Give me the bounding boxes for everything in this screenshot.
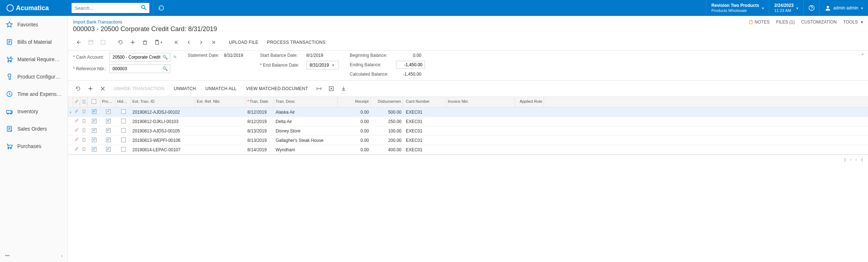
prev-button[interactable] <box>183 37 194 47</box>
files-button[interactable]: FILES (1) <box>776 20 795 25</box>
col-invoice-nbr[interactable]: Invoice Nbr. <box>446 97 515 107</box>
col-receipt[interactable]: Receipt <box>338 97 370 107</box>
customization-button[interactable]: CUSTOMIZATION <box>801 20 837 25</box>
row-selected-checkbox[interactable] <box>88 138 101 143</box>
ending-balance-input[interactable] <box>396 61 425 69</box>
row-selected-checkbox[interactable] <box>88 147 101 153</box>
col-tran-date[interactable]: *Tran. Date <box>246 97 274 107</box>
row-hidden-checkbox[interactable] <box>116 147 131 153</box>
col-disbursement[interactable]: Disbursemen <box>370 97 403 107</box>
row-files-icon[interactable] <box>73 137 80 143</box>
import-button[interactable] <box>339 84 349 94</box>
row-hidden-checkbox[interactable] <box>116 138 131 143</box>
row-processed-checkbox[interactable] <box>101 109 116 115</box>
sidebar-item-purchases[interactable]: Purchases <box>0 138 68 155</box>
row-notes-icon[interactable] <box>80 128 88 134</box>
grid-last-page[interactable]: ›| <box>860 157 863 162</box>
table-row[interactable]: 20190813-AJDSJ-001058/13/2019Disney Stor… <box>68 126 868 136</box>
unhide-transaction-button[interactable]: UNHIDE TRANSACTION <box>110 86 168 91</box>
col-card-number[interactable]: Card Number <box>403 97 446 107</box>
row-hidden-checkbox[interactable] <box>116 119 131 124</box>
process-transactions-button[interactable]: PROCESS TRANSACTIONS <box>263 37 329 47</box>
grid-add-button[interactable] <box>85 84 95 94</box>
date-selector[interactable]: 2/24/2023 11:23 AM ▾ <box>769 0 803 16</box>
cash-account-input[interactable]: 🔍 <box>109 53 170 62</box>
selector-icon[interactable]: 🔍 <box>162 66 169 71</box>
add-button[interactable] <box>127 37 138 47</box>
grid-next-page[interactable]: › <box>855 157 857 162</box>
brand-logo[interactable]: Acumatica <box>0 0 68 16</box>
search-input[interactable] <box>72 3 149 13</box>
row-selected-checkbox[interactable] <box>88 119 101 124</box>
help-button[interactable] <box>803 0 819 16</box>
delete-button[interactable] <box>140 37 150 47</box>
sidebar-item-inventory[interactable]: Inventory <box>0 103 68 120</box>
row-notes-icon[interactable] <box>80 137 88 143</box>
table-row[interactable]: ›20190812-AJDSJ-001028/12/2019Alaska Air… <box>68 107 868 117</box>
row-selected-checkbox[interactable] <box>88 109 101 115</box>
tools-button[interactable]: TOOLS▾ <box>843 20 863 25</box>
sidebar-item-favorites[interactable]: Favorites <box>0 16 68 33</box>
back-button[interactable] <box>73 37 84 47</box>
row-files-icon[interactable] <box>73 128 80 134</box>
save-close-button[interactable] <box>98 37 109 47</box>
row-processed-checkbox[interactable] <box>101 147 116 153</box>
row-hidden-checkbox[interactable] <box>116 109 131 115</box>
unmatch-all-button[interactable]: UNMATCH ALL <box>202 86 240 91</box>
grid-refresh-button[interactable] <box>73 84 83 94</box>
col-processed[interactable]: Proces <box>101 97 116 107</box>
table-row[interactable]: 20190813-WEPFI-001068/13/2019Gallagher's… <box>68 136 868 145</box>
refresh-button[interactable] <box>153 0 169 16</box>
next-button[interactable] <box>196 37 207 47</box>
sidebar-item-mrp[interactable]: Material Requirem... <box>0 51 68 68</box>
dropdown-icon[interactable]: ▾ <box>331 63 335 68</box>
last-button[interactable] <box>208 37 219 47</box>
grid-delete-button[interactable] <box>98 84 108 94</box>
col-tran-desc[interactable]: Tran. Desc <box>274 97 338 107</box>
export-excel-button[interactable] <box>326 84 336 94</box>
collapse-sidebar-icon[interactable]: ‹ <box>61 253 63 258</box>
row-notes-icon[interactable] <box>80 109 88 115</box>
search-icon[interactable] <box>141 4 148 12</box>
row-files-icon[interactable] <box>73 109 80 115</box>
end-balance-date-input[interactable]: ▾ <box>306 61 339 69</box>
row-notes-icon[interactable] <box>80 118 88 124</box>
upload-file-button[interactable]: UPLOAD FILE <box>225 37 262 47</box>
row-processed-checkbox[interactable] <box>101 119 116 124</box>
row-selected-checkbox[interactable] <box>88 128 101 134</box>
reference-nbr-input[interactable]: 🔍 <box>109 64 170 73</box>
breadcrumb[interactable]: Import Bank Transactions <box>73 20 863 25</box>
sidebar-item-time[interactable]: Time and Expenses <box>0 85 68 103</box>
row-files-icon[interactable] <box>73 147 80 153</box>
undo-button[interactable] <box>115 37 126 47</box>
col-ext-ref-nbr[interactable]: Ext. Ref. Nbr. <box>195 97 246 107</box>
user-menu[interactable]: admin admin ▾ <box>819 0 868 16</box>
unmatch-button[interactable]: UNMATCH <box>170 86 200 91</box>
view-matched-button[interactable]: VIEW MATCHED DOCUMENT <box>242 86 311 91</box>
clipboard-button[interactable]: ▾ <box>152 37 165 47</box>
table-row[interactable]: 20190814-LEPAC-001078/14/2019Wyndham0.00… <box>68 145 868 155</box>
sidebar-item-sales[interactable]: Sales Orders <box>0 120 68 138</box>
table-row[interactable]: 20190812-DJKLI-001038/12/2019Delta Air0.… <box>68 117 868 126</box>
first-button[interactable] <box>171 37 182 47</box>
row-hidden-checkbox[interactable] <box>116 128 131 134</box>
more-icon[interactable]: ••• <box>5 253 10 258</box>
notes-button[interactable]: NOTES <box>748 20 770 25</box>
edit-icon[interactable]: ✎ <box>173 55 177 60</box>
fit-columns-button[interactable] <box>314 84 324 94</box>
save-button[interactable] <box>85 37 96 47</box>
row-notes-icon[interactable] <box>80 147 88 153</box>
col-ext-tran-id[interactable]: Ext. Tran. ID <box>131 97 195 107</box>
row-processed-checkbox[interactable] <box>101 128 116 134</box>
grid-first-page[interactable]: |‹ <box>844 157 847 162</box>
selector-icon[interactable]: 🔍 <box>162 55 169 60</box>
company-selector[interactable]: Revision Two Products Products Wholesale… <box>706 0 769 16</box>
sidebar-item-config[interactable]: Product Configurator <box>0 68 68 85</box>
collapse-form-icon[interactable]: ⌃ <box>861 53 864 58</box>
col-hidden[interactable]: Hidden <box>116 97 131 107</box>
sidebar-item-bom[interactable]: Bills of Material <box>0 33 68 51</box>
col-applied-rule[interactable]: Applied Rule <box>515 97 544 107</box>
row-files-icon[interactable] <box>73 118 80 124</box>
grid-prev-page[interactable]: ‹ <box>850 157 852 162</box>
row-processed-checkbox[interactable] <box>101 138 116 143</box>
